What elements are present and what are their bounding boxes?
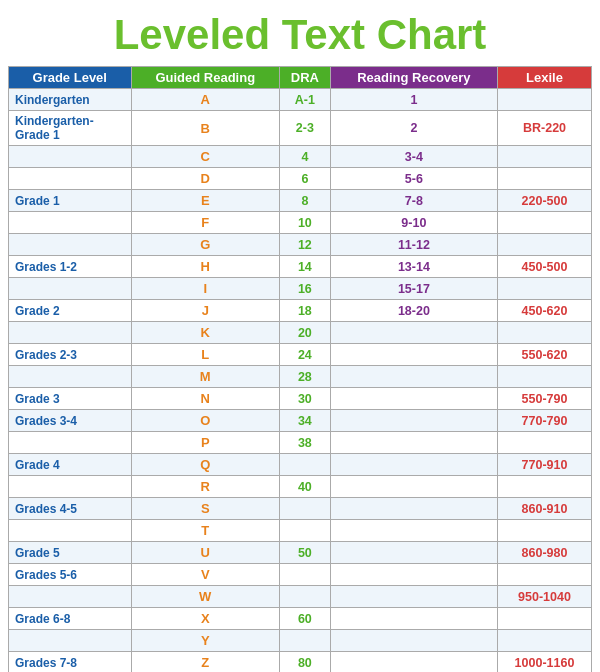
table-row: Grade 4Q770-910 [9, 454, 592, 476]
recovery-cell [330, 410, 497, 432]
recovery-cell: 5-6 [330, 168, 497, 190]
table-row: Grade 1E87-8220-500 [9, 190, 592, 212]
recovery-cell: 9-10 [330, 212, 497, 234]
grade-cell: Grade 2 [9, 300, 132, 322]
dra-cell: 4 [279, 146, 330, 168]
grade-cell [9, 278, 132, 300]
table-row: KindergartenAA-11 [9, 89, 592, 111]
table-row: Grades 5-6V [9, 564, 592, 586]
guided-cell: P [131, 432, 279, 454]
grade-cell [9, 212, 132, 234]
recovery-cell [330, 432, 497, 454]
guided-cell: C [131, 146, 279, 168]
dra-cell [279, 454, 330, 476]
recovery-cell: 18-20 [330, 300, 497, 322]
table-row: W950-1040 [9, 586, 592, 608]
table-row: Y [9, 630, 592, 652]
guided-cell: N [131, 388, 279, 410]
grade-cell [9, 630, 132, 652]
guided-cell: Y [131, 630, 279, 652]
guided-cell: D [131, 168, 279, 190]
lexile-cell: 950-1040 [498, 586, 592, 608]
lexile-cell [498, 630, 592, 652]
recovery-cell: 3-4 [330, 146, 497, 168]
dra-cell: 30 [279, 388, 330, 410]
leveled-text-table: Grade Level Guided Reading DRA Reading R… [8, 66, 592, 672]
dra-cell: 2-3 [279, 111, 330, 146]
guided-cell: J [131, 300, 279, 322]
lexile-cell [498, 432, 592, 454]
dra-cell [279, 498, 330, 520]
lexile-cell [498, 564, 592, 586]
lexile-cell: 860-910 [498, 498, 592, 520]
grade-cell [9, 168, 132, 190]
guided-cell: L [131, 344, 279, 366]
guided-cell: S [131, 498, 279, 520]
dra-cell: 80 [279, 652, 330, 672]
dra-cell [279, 520, 330, 542]
grade-cell: Grades 4-5 [9, 498, 132, 520]
dra-cell: 10 [279, 212, 330, 234]
dra-cell: A-1 [279, 89, 330, 111]
guided-cell: W [131, 586, 279, 608]
dra-cell: 8 [279, 190, 330, 212]
dra-cell: 6 [279, 168, 330, 190]
dra-cell: 28 [279, 366, 330, 388]
dra-cell: 60 [279, 608, 330, 630]
lexile-cell [498, 89, 592, 111]
guided-cell: Q [131, 454, 279, 476]
guided-cell: B [131, 111, 279, 146]
header-grade: Grade Level [9, 67, 132, 89]
grade-cell: Grades 5-6 [9, 564, 132, 586]
table-row: K20 [9, 322, 592, 344]
guided-cell: F [131, 212, 279, 234]
recovery-cell [330, 366, 497, 388]
lexile-cell: 550-790 [498, 388, 592, 410]
table-row: M28 [9, 366, 592, 388]
table-row: C43-4 [9, 146, 592, 168]
guided-cell: M [131, 366, 279, 388]
table-row: Grade 5U50860-980 [9, 542, 592, 564]
guided-cell: G [131, 234, 279, 256]
lexile-cell [498, 168, 592, 190]
recovery-cell [330, 586, 497, 608]
guided-cell: I [131, 278, 279, 300]
recovery-cell [330, 652, 497, 672]
table-row: Grade 3N30550-790 [9, 388, 592, 410]
dra-cell: 40 [279, 476, 330, 498]
recovery-cell [330, 564, 497, 586]
recovery-cell [330, 454, 497, 476]
recovery-cell [330, 542, 497, 564]
grade-cell [9, 322, 132, 344]
guided-cell: H [131, 256, 279, 278]
grade-cell: Grade 1 [9, 190, 132, 212]
recovery-cell [330, 476, 497, 498]
table-row: T [9, 520, 592, 542]
table-row: Grade 6-8X60 [9, 608, 592, 630]
dra-cell [279, 630, 330, 652]
lexile-cell [498, 322, 592, 344]
dra-cell: 38 [279, 432, 330, 454]
recovery-cell: 1 [330, 89, 497, 111]
dra-cell: 20 [279, 322, 330, 344]
lexile-cell: 860-980 [498, 542, 592, 564]
dra-cell: 12 [279, 234, 330, 256]
guided-cell: O [131, 410, 279, 432]
grade-cell [9, 366, 132, 388]
lexile-cell [498, 278, 592, 300]
dra-cell: 24 [279, 344, 330, 366]
table-row: Grades 2-3L24550-620 [9, 344, 592, 366]
guided-cell: U [131, 542, 279, 564]
recovery-cell [330, 498, 497, 520]
table-row: Grades 3-4O34770-790 [9, 410, 592, 432]
grade-cell: Grade 3 [9, 388, 132, 410]
grade-cell: Kindergarten [9, 89, 132, 111]
grade-cell [9, 234, 132, 256]
recovery-cell: 7-8 [330, 190, 497, 212]
recovery-cell [330, 630, 497, 652]
lexile-cell [498, 476, 592, 498]
guided-cell: T [131, 520, 279, 542]
dra-cell: 18 [279, 300, 330, 322]
dra-cell: 14 [279, 256, 330, 278]
lexile-cell: 220-500 [498, 190, 592, 212]
